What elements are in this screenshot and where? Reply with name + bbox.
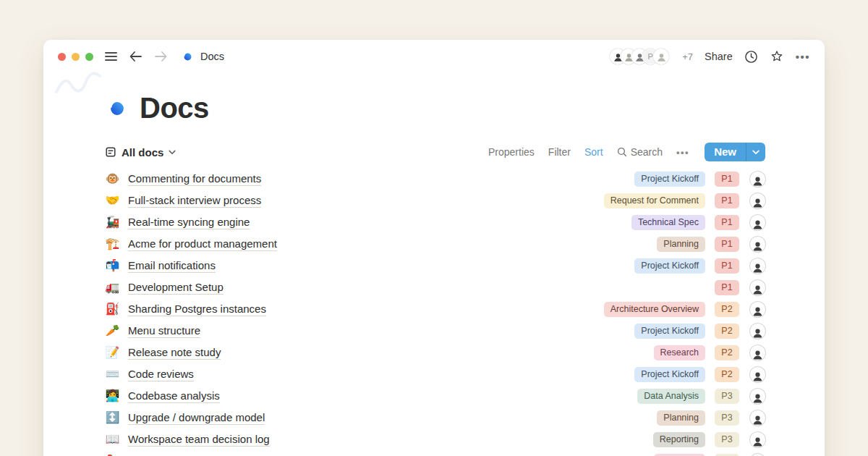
- page-title: Docs: [140, 92, 209, 124]
- doc-row[interactable]: 📬 Email notifications Project Kickoff P1: [105, 255, 765, 276]
- doc-owner-avatar[interactable]: [750, 389, 765, 404]
- fuel-pump-emoji: ⛽: [105, 303, 120, 315]
- history-clock-icon[interactable]: [744, 50, 758, 64]
- doc-owner-avatar[interactable]: [750, 215, 765, 230]
- doc-tag[interactable]: Architecture Overview: [604, 302, 705, 317]
- minimize-window-button[interactable]: [72, 53, 80, 61]
- doc-row[interactable]: 🦜 Performance feedback Research P3: [105, 450, 765, 456]
- doc-owner-avatar[interactable]: [750, 454, 765, 456]
- share-button[interactable]: Share: [705, 51, 733, 62]
- doc-tag[interactable]: Project Kickoff: [634, 324, 705, 339]
- doc-row[interactable]: 🐵 Commenting for documents Project Kicko…: [105, 168, 765, 190]
- star-icon[interactable]: [770, 49, 784, 64]
- close-window-button[interactable]: [58, 53, 66, 61]
- doc-tag[interactable]: Planning: [657, 410, 705, 426]
- collaborator-avatar-stack[interactable]: P: [610, 48, 669, 64]
- doc-title-link[interactable]: Menu structure: [128, 324, 200, 338]
- doc-row[interactable]: 🚂 Real-time syncing engine Technical Spe…: [105, 211, 765, 233]
- doc-tag[interactable]: Data Analysis: [637, 389, 705, 404]
- building-construction-emoji: 🏗️: [105, 238, 120, 250]
- doc-tag[interactable]: Research: [654, 454, 706, 456]
- doc-row[interactable]: 🚛 Development Setup P1: [105, 276, 765, 298]
- doc-row[interactable]: 👩‍💻 Codebase analysis Data Analysis P3: [105, 385, 765, 407]
- back-button[interactable]: [129, 51, 142, 62]
- doc-title-link[interactable]: Release note study: [128, 346, 221, 360]
- doc-priority-badge[interactable]: P2: [715, 345, 739, 360]
- search-button[interactable]: Search: [617, 146, 663, 158]
- doc-tag[interactable]: Research: [654, 345, 706, 360]
- doc-row[interactable]: ⛽ Sharding Postgres instances Architectu…: [105, 298, 765, 320]
- more-ellipsis-icon[interactable]: •••: [796, 51, 810, 63]
- properties-button[interactable]: Properties: [488, 146, 535, 158]
- doc-priority-badge[interactable]: P1: [715, 237, 739, 252]
- doc-owner-avatar[interactable]: [750, 367, 765, 382]
- new-button-label[interactable]: New: [705, 143, 746, 161]
- doc-priority-badge[interactable]: P2: [715, 302, 739, 317]
- doc-priority-badge[interactable]: P1: [715, 172, 739, 187]
- doc-priority-badge[interactable]: P3: [715, 454, 739, 456]
- spiral-logo-icon: [105, 96, 129, 121]
- sort-button[interactable]: Sort: [584, 146, 603, 158]
- doc-row[interactable]: ↕️ Upgrade / downgrade model Planning P3: [105, 407, 765, 428]
- doc-title-link[interactable]: Commenting for documents: [128, 172, 261, 186]
- doc-owner-avatar[interactable]: [750, 258, 765, 274]
- doc-owner-avatar[interactable]: [750, 324, 765, 339]
- filter-button[interactable]: Filter: [548, 146, 571, 158]
- doc-owner-avatar[interactable]: [750, 410, 765, 426]
- doc-priority-badge[interactable]: P3: [715, 432, 739, 447]
- doc-row[interactable]: 🥕 Menu structure Project Kickoff P2: [105, 320, 765, 342]
- doc-owner-avatar[interactable]: [750, 345, 765, 360]
- doc-priority-badge[interactable]: P1: [715, 193, 739, 208]
- doc-title-link[interactable]: Full-stack interview process: [128, 194, 261, 208]
- new-button[interactable]: New: [705, 143, 765, 161]
- doc-row[interactable]: 📖 Workspace team decision log Reporting …: [105, 428, 765, 450]
- doc-owner-avatar[interactable]: [750, 280, 765, 295]
- locomotive-emoji: 🚂: [105, 216, 120, 228]
- doc-title-link[interactable]: Upgrade / downgrade model: [128, 411, 265, 425]
- doc-tag[interactable]: Request for Comment: [604, 193, 705, 208]
- up-down-arrow-emoji: ↕️: [105, 412, 120, 423]
- doc-title-link[interactable]: Code reviews: [128, 368, 194, 381]
- doc-title-link[interactable]: Development Setup: [128, 281, 224, 295]
- view-selector-dropdown[interactable]: All docs: [105, 146, 176, 159]
- doc-title-link[interactable]: Real-time syncing engine: [128, 216, 250, 229]
- doc-owner-avatar[interactable]: [750, 237, 765, 252]
- doc-owner-avatar[interactable]: [750, 432, 765, 447]
- doc-title-link[interactable]: Acme for product management: [128, 237, 277, 251]
- doc-title-link[interactable]: Codebase analysis: [128, 389, 220, 403]
- doc-owner-avatar[interactable]: [750, 172, 765, 187]
- doc-priority-badge[interactable]: P2: [715, 367, 739, 382]
- doc-tag[interactable]: Technical Spec: [631, 215, 705, 230]
- doc-title-link[interactable]: Workspace team decision log: [128, 433, 270, 447]
- doc-tag[interactable]: Planning: [657, 237, 705, 252]
- doc-row[interactable]: 🏗️ Acme for product management Planning …: [105, 233, 765, 255]
- doc-priority-badge[interactable]: P1: [715, 258, 739, 274]
- doc-priority-badge[interactable]: P1: [715, 215, 739, 230]
- doc-priority-badge[interactable]: P2: [715, 324, 739, 339]
- zoom-window-button[interactable]: [85, 53, 93, 61]
- memo-emoji: 📝: [105, 347, 120, 358]
- sidebar-toggle-icon[interactable]: [105, 52, 117, 61]
- doc-title-link[interactable]: Sharding Postgres instances: [128, 303, 266, 316]
- doc-priority-badge[interactable]: P1: [715, 280, 739, 295]
- toolbar: All docs Properties Filter Sort Search •…: [105, 142, 765, 162]
- handshake-emoji: 🤝: [105, 195, 120, 206]
- doc-title-link[interactable]: Email notifications: [128, 259, 216, 273]
- doc-tag[interactable]: Project Kickoff: [634, 172, 705, 187]
- document-icon: [105, 146, 116, 158]
- new-button-dropdown[interactable]: [746, 143, 765, 161]
- doc-row[interactable]: ⌨️ Code reviews Project Kickoff P2: [105, 363, 765, 385]
- doc-row[interactable]: 📝 Release note study Research P2: [105, 342, 765, 363]
- doc-priority-badge[interactable]: P3: [715, 389, 739, 404]
- doc-tag[interactable]: Reporting: [653, 432, 705, 447]
- doc-tag[interactable]: Project Kickoff: [634, 258, 705, 274]
- toolbar-more-icon[interactable]: •••: [676, 147, 689, 158]
- doc-priority-badge[interactable]: P3: [715, 410, 739, 426]
- titlebar: Docs P +7 Share •••: [43, 40, 825, 73]
- doc-owner-avatar[interactable]: [750, 193, 765, 208]
- forward-button[interactable]: [154, 51, 168, 62]
- doc-owner-avatar[interactable]: [750, 302, 765, 317]
- doc-tag[interactable]: Project Kickoff: [634, 367, 705, 382]
- doc-row[interactable]: 🤝 Full-stack interview process Request f…: [105, 190, 765, 211]
- chevron-down-icon: [169, 150, 176, 155]
